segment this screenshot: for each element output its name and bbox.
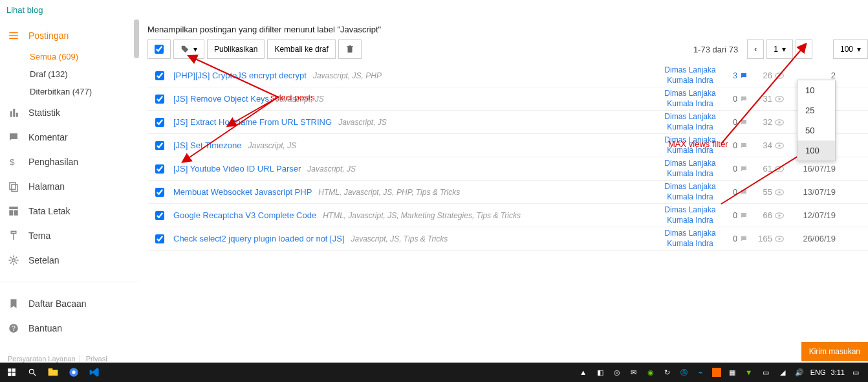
svg-point-22: [778, 214, 781, 217]
sidebar-item-stats[interactable]: Statistik: [0, 100, 139, 125]
select-all-checkbox[interactable]: [147, 39, 171, 59]
post-title-link[interactable]: [JS] Remove Object Keys: [173, 94, 269, 104]
post-comments[interactable]: 0: [733, 234, 748, 243]
post-labels: HTML, Javascript, JS, Marketing Strategi…: [323, 211, 521, 220]
sidebar-sub-published[interactable]: Diterbitkan (477): [30, 83, 139, 100]
post-comments[interactable]: 0: [733, 211, 748, 220]
post-labels: Javascript, JS, Tips & Tricks: [351, 234, 448, 243]
svg-rect-31: [12, 368, 16, 372]
post-date: 13/07/19: [803, 187, 836, 197]
tray-icon[interactable]: ◉: [645, 366, 656, 378]
notifications-icon[interactable]: ▭: [850, 366, 862, 378]
wifi-icon[interactable]: ◢: [777, 366, 788, 378]
sidebar-item-help[interactable]: ? Bantuan: [0, 316, 139, 341]
start-button[interactable]: [3, 363, 21, 381]
language-indicator[interactable]: ENG: [810, 368, 826, 376]
eye-icon: [775, 236, 784, 242]
label-dropdown-button[interactable]: ▾: [173, 39, 204, 59]
clock[interactable]: 3:11: [831, 368, 845, 376]
post-views: 61: [763, 164, 784, 174]
post-title-link[interactable]: [PHP][JS] CryptoJS encrypt decrypt: [173, 71, 307, 80]
post-row: Membuat Websocket Javascript PHP HTML, J…: [147, 181, 868, 204]
post-comments[interactable]: 3: [733, 71, 748, 80]
tray-icon[interactable]: ◧: [594, 366, 606, 378]
page-size-option-10[interactable]: 10: [797, 80, 835, 100]
sidebar-item-pages[interactable]: Halaman: [0, 174, 139, 199]
volume-icon[interactable]: 🔊: [794, 366, 805, 378]
explorer-icon[interactable]: [44, 363, 62, 381]
chevron-down-icon: ▾: [782, 45, 786, 54]
chrome-icon[interactable]: [65, 363, 83, 381]
post-row: [JS] Extract Hostname From URL STRING Ja…: [147, 111, 868, 134]
comment-icon: [740, 165, 748, 173]
post-comments[interactable]: 0: [733, 118, 748, 127]
security-icon[interactable]: ▼: [743, 366, 755, 378]
tray-icon[interactable]: ▦: [726, 366, 738, 378]
post-title-link[interactable]: Membuat Websocket Javascript PHP: [173, 187, 312, 197]
post-views: 34: [763, 140, 784, 150]
post-checkbox[interactable]: [155, 234, 164, 243]
sidebar-sub-draft[interactable]: Draf (132): [30, 65, 139, 83]
sidebar-item-earnings[interactable]: $ Penghasilan: [0, 150, 139, 174]
post-title-link[interactable]: [JS] Youtube Video ID URL Parser: [173, 164, 301, 174]
battery-icon[interactable]: ▭: [760, 366, 772, 378]
sidebar-item-theme[interactable]: Tema: [0, 223, 139, 248]
page-size-option-100[interactable]: 100: [797, 140, 835, 161]
post-title-link[interactable]: [JS] Extract Hostname From URL STRING: [173, 117, 332, 127]
sidebar-item-settings[interactable]: Setelan: [0, 248, 139, 273]
delete-button[interactable]: [338, 39, 362, 59]
revert-to-draft-button[interactable]: Kembali ke draf: [267, 39, 335, 59]
post-author-link[interactable]: Dimas Lanjaka Kumala Indra: [655, 159, 726, 179]
post-comments[interactable]: 0: [733, 164, 748, 174]
skype-icon[interactable]: Ⓢ: [678, 366, 690, 378]
post-comments[interactable]: 0: [733, 95, 748, 104]
bluetooth-icon[interactable]: ⌁: [695, 366, 707, 378]
post-checkbox[interactable]: [155, 71, 164, 80]
post-checkbox[interactable]: [155, 164, 164, 174]
page-size-button[interactable]: 100 ▾: [833, 39, 868, 59]
search-button[interactable]: [23, 363, 41, 381]
svg-point-12: [778, 98, 781, 100]
tray-icon[interactable]: [712, 368, 721, 377]
tray-icon[interactable]: ▲: [578, 366, 589, 378]
view-blog-link[interactable]: Lihat blog: [6, 5, 43, 15]
page-select-button[interactable]: 1 ▾: [766, 39, 793, 59]
post-checkbox[interactable]: [155, 211, 164, 220]
tray-icon[interactable]: ✉: [628, 366, 640, 378]
post-checkbox[interactable]: [155, 141, 164, 150]
post-checkbox[interactable]: [155, 118, 164, 127]
post-checkbox[interactable]: [155, 95, 164, 104]
post-title-link[interactable]: Google Recaptcha V3 Complete Code: [173, 210, 316, 220]
tray-icon[interactable]: ◎: [611, 366, 623, 378]
prev-page-button[interactable]: ‹: [747, 39, 764, 59]
post-title-link[interactable]: Check select2 jquery plugin loaded or no…: [173, 234, 345, 243]
tos-link[interactable]: Persyaratan Layanan: [4, 355, 80, 363]
post-author-link[interactable]: Dimas Lanjaka Kumala Indra: [655, 112, 726, 132]
svg-point-14: [778, 121, 781, 124]
sidebar-sub-all[interactable]: Semua (609): [30, 48, 139, 65]
post-author-link[interactable]: Dimas Lanjaka Kumala Indra: [655, 182, 726, 202]
privacy-link[interactable]: Privasi: [82, 355, 111, 363]
post-author-link[interactable]: Dimas Lanjaka Kumala Indra: [655, 65, 726, 85]
page-size-option-25[interactable]: 25: [797, 100, 835, 120]
tray-icon[interactable]: ↻: [662, 366, 673, 378]
next-page-button[interactable]: ›: [796, 39, 812, 59]
sidebar-item-reading-list[interactable]: Daftar Bacaan: [0, 291, 139, 316]
post-comments[interactable]: 0: [733, 188, 748, 197]
publish-button[interactable]: Publikasikan: [207, 39, 265, 59]
post-checkbox[interactable]: [155, 188, 164, 197]
post-title-link[interactable]: [JS] Set Timezone: [173, 140, 242, 150]
vscode-icon[interactable]: [85, 363, 103, 381]
post-author-link[interactable]: Dimas Lanjaka Kumala Indra: [655, 89, 726, 109]
sidebar-item-posts[interactable]: Postingan: [0, 23, 139, 48]
scrollbar[interactable]: [134, 19, 139, 58]
page-size-option-50[interactable]: 50: [797, 120, 835, 140]
feedback-button[interactable]: Kirim masukan: [801, 342, 868, 361]
post-comments[interactable]: 0: [733, 141, 748, 150]
post-author-link[interactable]: Dimas Lanjaka Kumala Indra: [655, 229, 726, 249]
svg-point-34: [29, 369, 34, 374]
svg-rect-37: [49, 368, 53, 370]
post-author-link[interactable]: Dimas Lanjaka Kumala Indra: [655, 205, 726, 225]
sidebar-item-comments[interactable]: Komentar: [0, 125, 139, 150]
sidebar-item-layout[interactable]: Tata Letak: [0, 199, 139, 223]
